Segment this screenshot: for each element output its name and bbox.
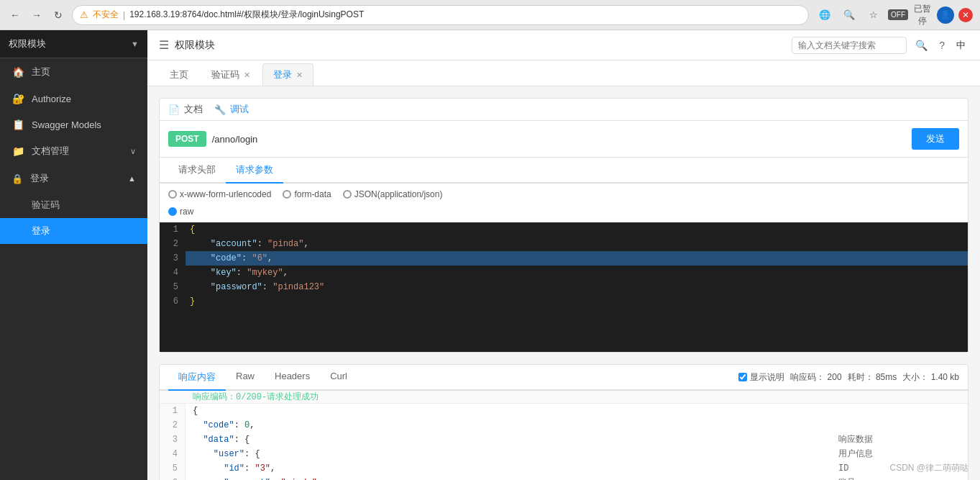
sidebar-item-doc-mgmt[interactable]: 📁 文档管理 ∨ [0, 137, 147, 165]
response-meta: 显示说明 响应码： 200 耗时： 85ms 大小： 1.40 kb [738, 371, 959, 384]
radio-form-data-label: form-data [294, 189, 331, 199]
profile-btn[interactable]: 👤 [937, 6, 954, 24]
radio-json[interactable]: JSON(application/json) [343, 189, 443, 199]
sidebar-dropdown-icon[interactable]: ▼ [131, 40, 139, 48]
sidebar-item-swagger-models-label: Swagger Models [32, 119, 101, 130]
code-line-6: 6 } [160, 294, 968, 309]
response-tabs-left: 响应内容 Raw Headers Curl [168, 365, 738, 389]
toggle-btn[interactable]: OFF [888, 9, 908, 20]
search-input[interactable] [792, 37, 907, 54]
tab-login-close[interactable]: ✕ [296, 71, 303, 80]
home-icon: 🏠 [12, 66, 24, 78]
show-desc-toggle[interactable]: 显示说明 [738, 371, 784, 384]
menu-icon[interactable]: ☰ [159, 38, 169, 52]
inner-tabs: 请求头部 请求参数 [160, 158, 968, 184]
code-line-1: 1 { [160, 222, 968, 237]
radio-raw-label: raw [180, 207, 193, 217]
back-btn[interactable]: ← [7, 7, 23, 23]
url-text: 192.168.3.19:8764/doc.html#/权限模块/登录/logi… [129, 9, 364, 21]
search-btn[interactable]: 🔍 [912, 37, 930, 54]
sidebar-item-home[interactable]: 🏠 主页 [0, 58, 147, 86]
resp-line-6: 6 "account": "pinda", 账号 [160, 476, 968, 480]
resp-line-4: 4 "user": { 用户信息 [160, 447, 968, 461]
code-line-2: 2 "account": "pinda", [160, 237, 968, 251]
code-editor[interactable]: 1 { 2 "account": "pinda", 3 "code": "6",… [160, 222, 968, 352]
raw-option-row: raw [160, 205, 968, 222]
radio-urlencoded[interactable]: x-www-form-urlencoded [168, 189, 271, 199]
warning-icon: ⚠ [80, 9, 88, 20]
search-browser-btn[interactable]: 🔍 [839, 5, 859, 25]
sidebar-item-home-label: 主页 [32, 65, 50, 78]
tab-main-label: 主页 [170, 68, 188, 81]
doc-tab-btn[interactable]: 📄 文档 [168, 103, 203, 116]
sidebar-group-login[interactable]: 🔒 登录 ▲ [0, 165, 147, 192]
response-tab-raw[interactable]: Raw [226, 365, 265, 391]
resp-line-1: 1 { [160, 404, 968, 418]
radio-urlencoded-circle [168, 190, 177, 199]
radio-form-data[interactable]: form-data [283, 189, 331, 199]
tab-verify-code-label: 验证码 [211, 68, 239, 81]
sidebar: 权限模块 ▼ 🏠 主页 🔐 Authorize 📋 Swagger Models… [0, 30, 147, 480]
code-line-5: 5 "password": "pinda123" [160, 280, 968, 294]
tab-main[interactable]: 主页 [159, 63, 199, 86]
tab-login[interactable]: 登录 ✕ [262, 63, 313, 86]
close-window-btn[interactable]: ✕ [958, 8, 973, 22]
address-bar[interactable]: ⚠ 不安全 | 192.168.3.19:8764/doc.html#/权限模块… [72, 5, 809, 25]
tab-verify-code[interactable]: 验证码 ✕ [201, 63, 261, 86]
folder-icon: 📁 [12, 145, 24, 157]
send-btn[interactable]: 发送 [912, 128, 959, 150]
paused-btn[interactable]: 已暂停 [912, 5, 933, 25]
radio-urlencoded-label: x-www-form-urlencoded [180, 189, 271, 199]
radio-raw[interactable]: raw [168, 207, 193, 217]
status-code: 200 [828, 372, 842, 382]
response-tab-curl[interactable]: Curl [320, 365, 357, 391]
doc-tiao-row: 📄 文档 🔧 调试 [160, 99, 968, 121]
response-code: 响应编码：0/200-请求处理成功 1 { 2 "code": 0, 3 [160, 391, 968, 480]
debug-icon: 🔧 [214, 104, 226, 115]
show-desc-checkbox[interactable] [738, 373, 747, 381]
sidebar-title: 权限模块 [9, 37, 46, 50]
translate-icon[interactable]: 🌐 [815, 5, 835, 25]
top-bar-right: 🔍 ? 中 [792, 36, 968, 55]
tab-request-params[interactable]: 请求参数 [226, 158, 283, 184]
size-label: 大小： 1.40 kb [902, 371, 959, 384]
tab-verify-code-close[interactable]: ✕ [244, 71, 250, 80]
sidebar-header[interactable]: 权限模块 ▼ [0, 30, 147, 58]
refresh-btn[interactable]: ↻ [50, 7, 66, 23]
radio-form-data-circle [283, 190, 291, 199]
response-tab-content[interactable]: 响应内容 [168, 365, 226, 391]
browser-bar: ← → ↻ ⚠ 不安全 | 192.168.3.19:8764/doc.html… [0, 0, 980, 30]
file-icon: 📄 [168, 104, 180, 115]
tab-bar: 主页 验证码 ✕ 登录 ✕ [147, 60, 980, 86]
response-tab-headers[interactable]: Headers [265, 365, 320, 391]
model-icon: 📋 [12, 119, 24, 130]
sidebar-item-authorize[interactable]: 🔐 Authorize [0, 86, 147, 112]
lang-btn[interactable]: 中 [953, 36, 968, 55]
doc-label: 文档 [184, 103, 203, 116]
tab-request-headers[interactable]: 请求头部 [168, 158, 226, 184]
forward-btn[interactable]: → [29, 7, 45, 23]
sidebar-subitem-login[interactable]: 登录 [0, 218, 147, 244]
content-area: 📄 文档 🔧 调试 POST /anno/login 发送 请求头 [147, 86, 980, 480]
resp-status-desc: 响应编码：0/200-请求处理成功 [186, 391, 319, 403]
response-tabs-bar: 响应内容 Raw Headers Curl 显示说明 响应码： 200 [160, 365, 968, 391]
doc-mgmt-arrow: ∨ [130, 147, 136, 156]
resp-line-3: 3 "data": { 响应数据 [160, 433, 968, 447]
method-badge: POST [168, 131, 206, 147]
radio-raw-circle [168, 207, 177, 216]
resp-line-2: 2 "code": 0, [160, 418, 968, 433]
code-editor-padding [160, 309, 968, 352]
tab-login-label: 登录 [273, 68, 292, 81]
sidebar-subitem-login-label: 登录 [32, 225, 50, 236]
app-layout: 权限模块 ▼ 🏠 主页 🔐 Authorize 📋 Swagger Models… [0, 30, 980, 480]
star-btn[interactable]: ☆ [864, 5, 884, 25]
code-line-4: 4 "key": "mykey", [160, 266, 968, 280]
tiao-tab-btn[interactable]: 🔧 调试 [214, 103, 249, 116]
code-line-3: 3 "code": "6", [160, 251, 968, 266]
sidebar-subitem-verify-code[interactable]: 验证码 [0, 192, 147, 218]
response-section: 响应内容 Raw Headers Curl 显示说明 响应码： 200 [159, 364, 968, 480]
watermark: CSDN @律二萌萌哒 [889, 462, 968, 474]
resp-line-5: 5 "id": "3", ID [160, 461, 968, 476]
help-btn[interactable]: ? [936, 37, 948, 54]
sidebar-item-swagger-models[interactable]: 📋 Swagger Models [0, 112, 147, 137]
